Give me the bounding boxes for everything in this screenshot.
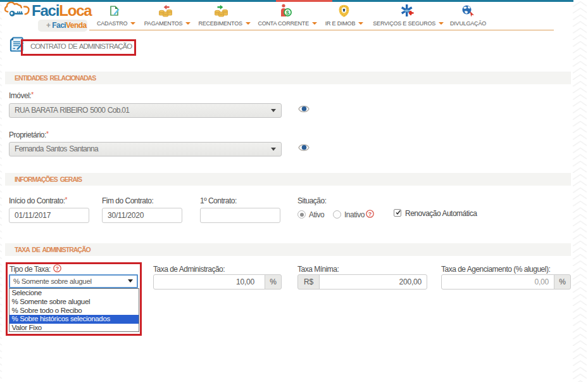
svg-text:?: ? (368, 211, 372, 217)
svg-text:?: ? (56, 265, 59, 272)
svg-text:$: $ (286, 9, 290, 16)
